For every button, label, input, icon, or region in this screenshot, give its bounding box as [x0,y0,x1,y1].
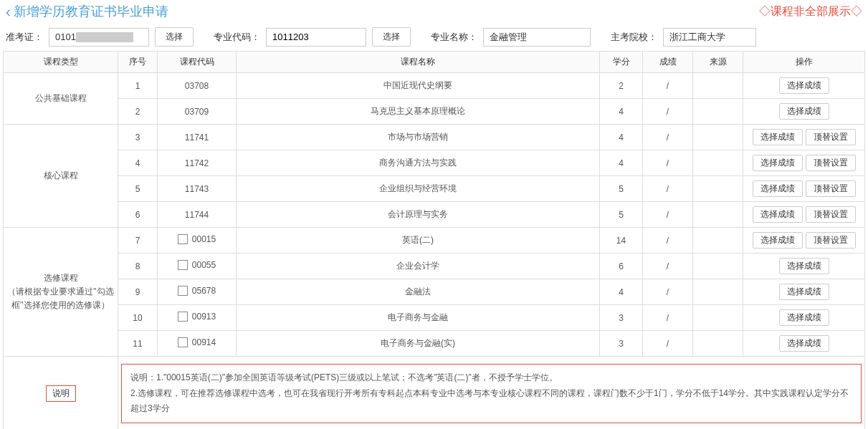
name-cell: 电子商务与金融(实) [237,331,600,357]
major-name-label: 专业名称： [431,31,477,44]
code-cell: 03708 [158,73,237,99]
credit-cell: 14 [600,228,643,254]
score-cell: / [643,73,693,99]
source-cell [693,305,743,331]
source-cell [693,73,743,99]
select-score-button[interactable]: 选择成绩 [779,258,829,274]
substitute-button[interactable]: 顶替设置 [806,232,856,249]
course-checkbox[interactable] [178,337,188,347]
credit-cell: 4 [600,150,643,176]
code-cell: 00914 [158,331,237,357]
code-cell: 00015 [158,228,237,254]
source-cell [693,228,743,254]
seq-cell: 6 [118,202,158,228]
credit-cell: 3 [600,331,643,357]
code-cell: 11743 [158,176,237,202]
action-cell: 选择成绩 [743,279,865,305]
substitute-button[interactable]: 顶替设置 [806,180,856,197]
code-cell: 11742 [158,150,237,176]
action-cell: 选择成绩顶替设置 [743,202,865,228]
school-label: 主考院校： [611,31,657,44]
substitute-button[interactable]: 顶替设置 [806,129,856,145]
score-cell: / [643,305,693,331]
name-cell: 中国近现代史纲要 [237,73,600,99]
credit-cell: 3 [600,305,643,331]
course-table: 课程类型 序号 课程代码 课程名称 学分 成绩 来源 操作 公共基础课程1037… [3,51,865,429]
seq-cell: 8 [118,254,158,279]
course-type-cell: 公共基础课程 [4,73,118,125]
credit-cell: 2 [600,73,643,99]
name-cell: 市场与市场营销 [237,125,600,150]
code-cell: 05678 [158,279,237,305]
exam-id-field: 0101 [49,28,149,47]
source-cell [693,125,743,150]
credit-cell: 6 [600,254,643,279]
score-cell: / [643,228,693,254]
action-cell: 选择成绩顶替设置 [743,228,865,254]
course-checkbox[interactable] [178,286,188,296]
action-cell: 选择成绩 [743,254,865,279]
name-cell: 电子商务与金融 [237,305,600,331]
course-checkbox[interactable] [178,312,188,322]
course-type-cell: 核心课程 [4,125,118,228]
select-score-button[interactable]: 选择成绩 [779,77,829,94]
course-type-cell: 选修课程 （请根据专业要求通过"勾选框"选择您使用的选修课） [4,228,118,357]
th-seq: 序号 [118,52,158,73]
note-label-1: 说明 [46,385,76,402]
code-cell: 11741 [158,125,237,150]
name-cell: 企业组织与经营环境 [237,176,600,202]
warning-text: ◇课程非全部展示◇ [759,4,862,19]
select-score-button[interactable]: 选择成绩 [753,206,803,223]
seq-cell: 2 [118,99,158,125]
select-score-button[interactable]: 选择成绩 [753,129,803,145]
score-cell: / [643,279,693,305]
select-score-button[interactable]: 选择成绩 [779,309,829,326]
seq-cell: 5 [118,176,158,202]
name-cell: 马克思主义基本原理概论 [237,99,600,125]
name-cell: 会计原理与实务 [237,202,600,228]
major-code-select-button[interactable]: 选择 [372,27,411,47]
substitute-button[interactable]: 顶替设置 [806,155,856,171]
score-cell: / [643,99,693,125]
course-checkbox[interactable] [178,234,188,244]
back-icon[interactable]: ‹ [6,4,11,20]
seq-cell: 4 [118,150,158,176]
code-cell: 03709 [158,99,237,125]
credit-cell: 4 [600,125,643,150]
select-score-button[interactable]: 选择成绩 [779,284,829,300]
action-cell: 选择成绩 [743,99,865,125]
seq-cell: 9 [118,279,158,305]
seq-cell: 1 [118,73,158,99]
select-score-button[interactable]: 选择成绩 [753,155,803,171]
action-cell: 选择成绩 [743,305,865,331]
action-cell: 选择成绩顶替设置 [743,125,865,150]
name-cell: 商务沟通方法与实践 [237,150,600,176]
th-name: 课程名称 [237,52,600,73]
major-code-input[interactable] [266,28,366,47]
seq-cell: 7 [118,228,158,254]
name-cell: 英语(二) [237,228,600,254]
exam-id-select-button[interactable]: 选择 [155,27,194,47]
select-score-button[interactable]: 选择成绩 [779,335,829,352]
score-cell: / [643,176,693,202]
seq-cell: 3 [118,125,158,150]
score-cell: / [643,331,693,357]
name-cell: 金融法 [237,279,600,305]
substitute-button[interactable]: 顶替设置 [806,206,856,223]
th-score: 成绩 [643,52,693,73]
credit-cell: 5 [600,176,643,202]
th-action: 操作 [743,52,865,73]
select-score-button[interactable]: 选择成绩 [753,232,803,249]
major-code-label: 专业代码： [214,31,260,44]
action-cell: 选择成绩顶替设置 [743,150,865,176]
action-cell: 选择成绩 [743,331,865,357]
select-score-button[interactable]: 选择成绩 [779,103,829,120]
exam-id-label: 准考证： [6,31,43,44]
score-cell: / [643,125,693,150]
select-score-button[interactable]: 选择成绩 [753,180,803,197]
code-cell: 00913 [158,305,237,331]
source-cell [693,202,743,228]
note-text-1: 说明：1."00015英语(二)"参加全国英语等级考试(PETS)三级或以上笔试… [121,364,862,423]
course-checkbox[interactable] [178,260,188,270]
th-type: 课程类型 [4,52,118,73]
